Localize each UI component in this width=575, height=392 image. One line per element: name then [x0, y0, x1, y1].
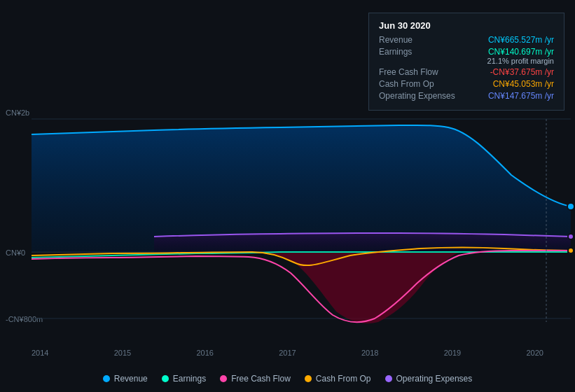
- legend-label-cashfromop: Cash From Op: [316, 374, 371, 384]
- legend-label-revenue: Revenue: [114, 374, 148, 384]
- x-label-2020: 2020: [527, 349, 543, 357]
- tooltip-profit-margin: 21.1% profit margin: [487, 57, 554, 65]
- tooltip-label-earnings: Earnings: [379, 47, 456, 57]
- opex-dot: [568, 234, 574, 239]
- legend-cashfromop[interactable]: Cash From Op: [305, 374, 371, 384]
- tooltip-row-fcf: Free Cash Flow -CN¥37.675m /yr: [379, 67, 554, 77]
- cashop-dot: [568, 248, 574, 253]
- legend-fcf[interactable]: Free Cash Flow: [220, 374, 291, 384]
- legend-dot-fcf: [220, 375, 227, 382]
- tooltip-box: Jun 30 2020 Revenue CN¥665.527m /yr Earn…: [368, 13, 564, 111]
- legend-label-earnings: Earnings: [173, 374, 206, 384]
- tooltip-value-cashfromop: CN¥45.053m /yr: [493, 79, 554, 89]
- tooltip-row-opex: Operating Expenses CN¥147.675m /yr: [379, 91, 554, 101]
- tooltip-value-earnings: CN¥140.697m /yr: [487, 47, 554, 57]
- tooltip-row-earnings: Earnings CN¥140.697m /yr 21.1% profit ma…: [379, 47, 554, 65]
- chart-container: Jun 30 2020 Revenue CN¥665.527m /yr Earn…: [0, 0, 575, 392]
- tooltip-label-revenue: Revenue: [379, 35, 456, 45]
- revenue-dot: [567, 203, 574, 210]
- tooltip-label-opex: Operating Expenses: [379, 91, 456, 101]
- tooltip-value-revenue: CN¥665.527m /yr: [488, 35, 554, 45]
- fcf-negative-area: [252, 251, 476, 323]
- legend-label-opex: Operating Expenses: [396, 374, 473, 384]
- chart-legend: Revenue Earnings Free Cash Flow Cash Fro…: [0, 374, 575, 384]
- x-label-2015: 2015: [114, 349, 131, 357]
- legend-dot-opex: [385, 375, 392, 382]
- tooltip-row-cashfromop: Cash From Op CN¥45.053m /yr: [379, 79, 554, 89]
- tooltip-row-revenue: Revenue CN¥665.527m /yr: [379, 35, 554, 45]
- legend-revenue[interactable]: Revenue: [103, 374, 148, 384]
- x-label-2019: 2019: [444, 349, 461, 357]
- legend-earnings[interactable]: Earnings: [162, 374, 206, 384]
- x-label-2016: 2016: [197, 349, 214, 357]
- legend-dot-revenue: [103, 375, 110, 382]
- x-label-2018: 2018: [361, 349, 378, 357]
- tooltip-value-opex: CN¥147.675m /yr: [488, 91, 554, 101]
- tooltip-value-fcf: -CN¥37.675m /yr: [490, 67, 554, 77]
- x-label-2014: 2014: [32, 349, 48, 357]
- legend-label-fcf: Free Cash Flow: [231, 374, 291, 384]
- legend-dot-cashfromop: [305, 375, 312, 382]
- tooltip-label-fcf: Free Cash Flow: [379, 67, 456, 77]
- tooltip-date: Jun 30 2020: [379, 20, 554, 31]
- legend-dot-earnings: [162, 375, 169, 382]
- legend-opex[interactable]: Operating Expenses: [385, 374, 473, 384]
- x-label-2017: 2017: [279, 349, 296, 357]
- tooltip-label-cashfromop: Cash From Op: [379, 79, 456, 89]
- x-axis-labels: 2014 2015 2016 2017 2018 2019 2020: [0, 349, 575, 357]
